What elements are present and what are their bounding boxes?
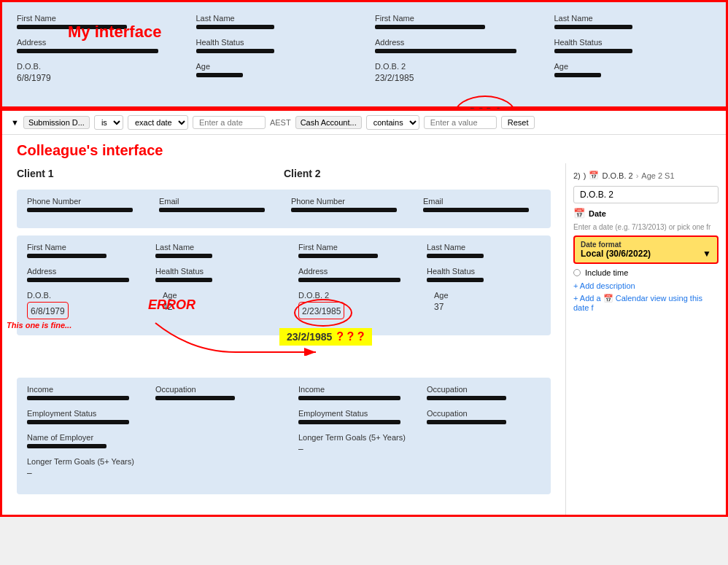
calendar-icon-inline: 📅	[603, 294, 616, 303]
top-lastname-label-col1: Last Name	[196, 14, 354, 23]
bottom-panel: ▼ Submission D... is exact date AEST Cas…	[0, 109, 728, 517]
date-format-value: Local (30/6/2022) ▼	[581, 249, 711, 259]
age2s1-nav-item[interactable]: Age 2 S1	[641, 171, 674, 180]
format-dropdown-icon[interactable]: ▼	[702, 249, 711, 259]
c1-employer: Name of Employer	[27, 433, 141, 448]
c1-income-col: Income Occupation Employment Status	[27, 385, 269, 487]
top-lastname-col1: Last Name	[196, 14, 354, 29]
top-health-col3: Health Status	[554, 38, 712, 53]
content-area: Client 1 Client 2 Phone Number Email Pho…	[2, 163, 726, 515]
calendar-icon: 📅	[573, 208, 585, 219]
filter-submission[interactable]: Submission D...	[23, 116, 90, 129]
breadcrumb-2: 2)	[573, 171, 581, 180]
c1-longerterm: Longer Term Goals (5+ Years) –	[27, 457, 269, 478]
date-badge: 23/2/1985 ? ? ?	[279, 328, 372, 346]
c1-lastname: Last Name	[155, 243, 269, 258]
c2-lastname: Last Name	[427, 243, 541, 258]
c2-firstname: First Name	[298, 243, 412, 258]
c2-dob2-value: 2/23/1985	[302, 306, 341, 316]
top-lastname-label-col3: Last Name	[554, 14, 712, 23]
top-dob2-col3: D.O.B. 2 23/2/1985	[375, 62, 533, 83]
top-dob2-value-col3: 23/2/1985	[375, 73, 533, 83]
aest-label: AEST	[270, 118, 291, 127]
c2-phone: Phone Number	[291, 197, 408, 212]
filter-contains-dropdown[interactable]: contains	[366, 115, 419, 130]
top-age-label-col3: Age	[554, 62, 712, 71]
client2-title: Client 2	[284, 163, 551, 184]
contact-row: Phone Number Email Phone Number Email	[17, 190, 551, 228]
c2-income: Income	[298, 385, 412, 400]
arrow-section: 23/2/1985 ? ? ?	[17, 341, 551, 378]
date-type-row: 📅 Date	[573, 208, 719, 219]
c1-dob-value: 6/8/1979	[31, 306, 65, 316]
top-dob-value-col1: 6/8/1979	[17, 73, 174, 83]
top-panel: My interface First Name Last Name First …	[0, 0, 728, 109]
top-firstname-label-col3: First Name	[375, 14, 533, 23]
add-calendar-button[interactable]: + Add a 📅 Calendar view using this date …	[573, 294, 719, 312]
date-badge-value: 23/2/1985	[287, 331, 332, 343]
c2-address: Address	[298, 267, 412, 282]
c1-email: Email	[159, 197, 276, 212]
top-health-label-col1: Health Status	[196, 38, 354, 47]
date-hint-text: Enter a date (e.g. 7/13/2013) or pick on…	[573, 223, 719, 231]
breadcrumb-separator: )	[584, 171, 586, 180]
income-section: Income Occupation Employment Status	[17, 378, 551, 494]
main-content: Client 1 Client 2 Phone Number Email Pho…	[2, 163, 565, 515]
right-panel-field-name[interactable]	[573, 186, 719, 203]
c2-employment: Employment Status	[298, 409, 412, 424]
filter-arrow-icon[interactable]: ▼	[11, 118, 19, 127]
date-format-label: Date format	[581, 241, 711, 249]
include-time-radio[interactable]	[573, 269, 581, 276]
c1-occupation: Occupation	[155, 385, 269, 400]
top-age-label-col1: Age	[196, 62, 354, 71]
c1-income: Income	[27, 385, 141, 400]
filter-value-input[interactable]	[424, 116, 497, 129]
filter-date-input[interactable]	[193, 116, 266, 129]
filter-bar: ▼ Submission D... is exact date AEST Cas…	[2, 111, 726, 135]
c1-dob: D.O.B. 6/8/1979	[27, 291, 141, 319]
add-description-button[interactable]: + Add description	[573, 281, 719, 290]
c1-health: Health Status	[155, 267, 269, 282]
top-lastname-col3: Last Name	[554, 14, 712, 29]
c1-phone: Phone Number	[27, 197, 144, 212]
dob2-nav-item[interactable]: D.O.B. 2	[602, 171, 632, 180]
top-firstname-col3: First Name	[375, 14, 533, 29]
c1-dob-highlight: 6/8/1979	[27, 302, 69, 319]
c2-age: Age 37	[427, 291, 541, 319]
top-health-label-col3: Health Status	[554, 38, 712, 47]
nav-arrow: ›	[636, 171, 639, 180]
client1-title: Client 1	[17, 163, 284, 184]
top-health-col1: Health Status	[196, 38, 354, 53]
top-address-label-col3: Address	[375, 38, 533, 47]
include-time-label: Include time	[585, 268, 628, 277]
top-dob-label-col1: D.O.B.	[17, 62, 174, 71]
c2-age-value: 37	[434, 302, 541, 312]
include-time-row: Include time	[573, 268, 719, 277]
top-address-col3: Address	[375, 38, 533, 53]
question-marks: ? ? ?	[336, 330, 364, 343]
top-dob2-label-col3: D.O.B. 2	[375, 62, 533, 71]
filter-cash-account[interactable]: Cash Account...	[295, 116, 362, 129]
error-label: ERROR	[148, 297, 195, 313]
date-format-section: Date format Local (30/6/2022) ▼	[573, 235, 719, 264]
top-age-col1: Age	[196, 62, 354, 77]
c1-firstname: First Name	[27, 243, 141, 258]
filter-is-dropdown[interactable]: is	[94, 115, 123, 130]
top-firstname-label-col1: First Name	[17, 14, 174, 23]
right-panel-breadcrumb: 2) ) 📅 D.O.B. 2 › Age 2 S1	[573, 171, 719, 180]
c2-occupation: Occupation	[427, 385, 541, 400]
colleague-label: Colleague's interface	[2, 135, 726, 163]
date-type-label: Date	[589, 209, 606, 218]
client-section-header: Client 1 Client 2	[17, 163, 551, 184]
this-one-fine-label: This one is fine...	[7, 321, 71, 330]
c1-address: Address	[27, 267, 141, 282]
c2-longerterm: Longer Term Goals (5+ Years) –	[298, 433, 541, 454]
c2-income-col: Income Occupation Employment Status	[298, 385, 541, 487]
right-panel: 2) ) 📅 D.O.B. 2 › Age 2 S1 📅 Date Enter …	[565, 163, 726, 515]
breadcrumb-icon: 📅	[589, 171, 599, 180]
reset-button[interactable]: Reset	[501, 116, 535, 129]
c2-lengthemployment: Occupation	[427, 409, 541, 424]
filter-exactdate-dropdown[interactable]: exact date	[128, 115, 188, 130]
top-age-col3: Age	[554, 62, 712, 77]
c1-employment: Employment Status	[27, 409, 141, 424]
